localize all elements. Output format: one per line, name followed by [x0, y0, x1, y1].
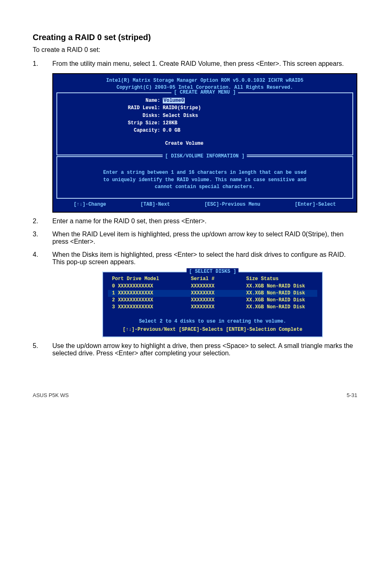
disk-info-line-2: to uniquely identify the RAID volume. Th…: [61, 177, 349, 184]
disks-label: Disks:: [61, 112, 163, 119]
disk-row-0[interactable]: 0 XXXXXXXXXXXX XXXXXXXX XX.XGB Non-RAID …: [108, 283, 317, 290]
intro-text: To create a RAID 0 set:: [33, 46, 357, 54]
strip-size-label: Strip Size:: [61, 120, 163, 127]
nav-esc: [ESC]-Previous Menu: [204, 201, 260, 208]
nav-tab: [TAB]-Next: [141, 201, 170, 208]
disk-3-status: XX.XGB Non-RAID Disk: [246, 304, 317, 311]
disk-0-model: 0 XXXXXXXXXXXX: [108, 283, 191, 290]
step-3: 3. When the RAID Level item is highlight…: [33, 231, 357, 245]
disks-value[interactable]: Select Disks: [163, 112, 198, 119]
footer-left: ASUS P5K WS: [33, 392, 69, 398]
bios-title-1: Intel(R) Matrix Storage Manager Option R…: [56, 77, 353, 84]
disk-row-3[interactable]: 3 XXXXXXXXXXXX XXXXXXXX XX.XGB Non-RAID …: [108, 304, 317, 311]
step-4-text: When the Disks item is highlighted, pres…: [52, 251, 346, 265]
disk-row-2[interactable]: 2 XXXXXXXXXXXX XXXXXXXX XX.XGB Non-RAID …: [108, 297, 317, 304]
nav-enter: [Enter]-Select: [295, 201, 336, 208]
raid-level-value[interactable]: RAID0(Stripe): [163, 105, 201, 112]
nav-change: [↑↓]-Change: [74, 201, 106, 208]
disk-3-model: 3 XXXXXXXXXXXX: [108, 304, 191, 311]
disk-3-serial: XXXXXXXX: [191, 304, 246, 311]
raid-level-label: RAID Level:: [61, 105, 163, 112]
disks-header-row: Port Drive Model Serial # Size Status: [108, 276, 317, 283]
name-value[interactable]: Volume0: [163, 98, 185, 103]
page-heading: Creating a RAID 0 set (striped): [33, 33, 357, 42]
disk-1-model: 1 XXXXXXXXXXXX: [108, 290, 191, 297]
step-5-num: 5.: [33, 342, 38, 350]
disk-2-model: 2 XXXXXXXXXXXX: [108, 297, 191, 304]
create-volume-action[interactable]: Create Volume: [61, 140, 349, 147]
create-array-menu-label: [ CREATE ARRAY MENU ]: [171, 89, 238, 96]
step-1-num: 1.: [33, 60, 38, 67]
disk-1-status: XX.XGB Non-RAID Disk: [246, 290, 317, 297]
step-5: 5. Use the up/down arrow key to highligh…: [33, 342, 357, 357]
header-size-status: Size Status: [246, 276, 317, 283]
step-2: 2. Enter a name for the RAID 0 set, then…: [33, 218, 357, 225]
step-1-text: From the utility main menu, select 1. Cr…: [52, 60, 344, 67]
step-3-num: 3.: [33, 231, 38, 238]
header-port-drive-model: Port Drive Model: [108, 276, 191, 283]
strip-size-value[interactable]: 128KB: [163, 120, 177, 127]
step-2-text: Enter a name for the RAID 0 set, then pr…: [52, 218, 206, 224]
capacity-value[interactable]: 0.0 GB: [163, 127, 180, 134]
disk-1-serial: XXXXXXXX: [191, 290, 246, 297]
step-5-text: Use the up/down arrow key to highlight a…: [52, 342, 353, 357]
footer-right: 5-31: [347, 392, 357, 398]
name-label: Name:: [61, 97, 163, 104]
disk-0-status: XX.XGB Non-RAID Disk: [246, 283, 317, 290]
disks-instruction: Select 2 to 4 disks to use in creating t…: [108, 318, 317, 325]
page-footer: ASUS P5K WS 5-31: [33, 390, 357, 398]
disks-nav-help: [↑↓]-Previous/Next [SPACE]-Selects [ENTE…: [108, 326, 317, 333]
bios-nav-bar: [↑↓]-Change [TAB]-Next [ESC]-Previous Me…: [56, 201, 353, 208]
disk-2-serial: XXXXXXXX: [191, 297, 246, 304]
disk-row-1[interactable]: 1 XXXXXXXXXXXX XXXXXXXX XX.XGB Non-RAID …: [108, 290, 317, 297]
disk-volume-info-label: [ DISK/VOLUME INFORMATION ]: [163, 153, 247, 160]
disk-info-line-1: Enter a string between 1 and 16 characte…: [61, 169, 349, 176]
capacity-label: Capacity:: [61, 127, 163, 134]
header-serial: Serial #: [191, 276, 246, 283]
disk-info-line-3: cannot contain special characters.: [61, 184, 349, 191]
step-3-text: When the RAID Level item is highlighted,…: [52, 231, 343, 245]
select-disks-popup: [ SELECT DISKS ] Port Drive Model Serial…: [102, 272, 323, 338]
disk-2-status: XX.XGB Non-RAID Disk: [246, 297, 317, 304]
select-disks-title: [ SELECT DISKS ]: [186, 268, 238, 275]
disk-0-serial: XXXXXXXX: [191, 283, 246, 290]
step-4: 4. When the Disks item is highlighted, p…: [33, 251, 357, 266]
step-1: 1. From the utility main menu, select 1.…: [33, 60, 357, 67]
step-4-num: 4.: [33, 251, 38, 258]
bios-create-array-screen: Intel(R) Matrix Storage Manager Option R…: [52, 73, 357, 213]
step-2-num: 2.: [33, 218, 38, 225]
